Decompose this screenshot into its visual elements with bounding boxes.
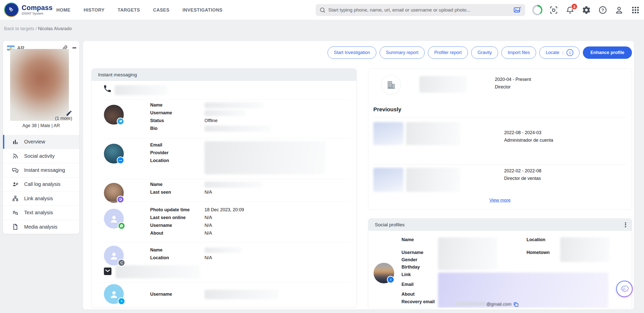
redacted-value bbox=[205, 126, 271, 132]
sidebar-item-overview[interactable]: Overview bbox=[3, 135, 79, 149]
whatsapp-avatar-placeholder bbox=[104, 209, 124, 229]
job-position: Administrador de cuenta bbox=[504, 136, 553, 144]
skype-badge-icon: S bbox=[118, 297, 125, 305]
sidebar-item-label: Overview bbox=[24, 139, 45, 145]
sidebar-item-label: Instant messaging bbox=[24, 167, 65, 173]
nav-home[interactable]: HOME bbox=[56, 8, 70, 13]
redacted-company-name bbox=[419, 76, 467, 93]
sidebar-item-instant-messaging[interactable]: Instant messaging bbox=[3, 163, 79, 177]
skype-fields: Username bbox=[150, 290, 279, 298]
sidebar-item-call-log-analysis[interactable]: Call log analysis bbox=[3, 177, 79, 191]
truecaller-fields: Email Provider Location bbox=[150, 141, 205, 165]
ai-assistant-button[interactable] bbox=[616, 281, 633, 297]
field-label: Email bbox=[150, 142, 205, 148]
sidebar-item-label: Social activity bbox=[24, 153, 55, 159]
enhance-profile-button[interactable]: Enhance profile bbox=[583, 46, 632, 59]
gravity-button[interactable]: Gravity bbox=[471, 46, 498, 59]
field-label: Status bbox=[150, 118, 205, 123]
import-files-button[interactable]: Import files bbox=[501, 46, 536, 59]
photo-upload-icon[interactable] bbox=[513, 6, 521, 14]
brand-name: Compass bbox=[22, 4, 53, 11]
settings-gear-icon[interactable] bbox=[581, 5, 591, 15]
field-value: 18 Dec 2023, 20:09 bbox=[205, 207, 244, 213]
copy-icon[interactable] bbox=[513, 301, 519, 307]
telegram-fields: Name Username StatusOffline Bio bbox=[150, 101, 271, 132]
truecaller-badge-icon: true bbox=[117, 156, 124, 164]
document-icon bbox=[12, 224, 19, 230]
redacted-value bbox=[205, 102, 264, 108]
previous-job: 2022-02 - 2022-08 Director de ventas bbox=[504, 167, 541, 182]
locate-button[interactable]: Locate | 1 bbox=[539, 46, 580, 59]
caller-id-avatar-placeholder: ID bbox=[104, 246, 124, 266]
global-search[interactable] bbox=[316, 4, 525, 16]
current-job: 2020-04 - Present Director bbox=[495, 76, 531, 91]
previous-job: 2022-08 - 2024-03 Administrador de cuent… bbox=[504, 129, 553, 144]
header-divider bbox=[525, 5, 525, 15]
nav-investigations[interactable]: INVESTIGATIONS bbox=[183, 8, 223, 13]
previously-heading: Previously bbox=[373, 106, 401, 113]
compass-logo-icon bbox=[4, 3, 19, 17]
nav-cases[interactable]: CASES bbox=[153, 8, 170, 13]
sidebar-item-label: Text analysis bbox=[24, 210, 53, 216]
header-icon-cluster: 3 ? bbox=[525, 0, 640, 20]
caller-id-fields: Name LocationN/A bbox=[150, 246, 242, 262]
target-photo-redacted[interactable] bbox=[10, 49, 69, 121]
account-person-icon[interactable] bbox=[614, 5, 624, 15]
divider bbox=[102, 242, 350, 242]
apps-grid-icon[interactable] bbox=[630, 5, 640, 15]
viber-fields: Name Last seenN/A bbox=[150, 181, 262, 196]
divider bbox=[102, 138, 350, 139]
summary-report-button[interactable]: Summary report bbox=[380, 46, 425, 59]
field-value: N/A bbox=[205, 255, 212, 260]
profiler-report-button[interactable]: Profiler report bbox=[428, 46, 468, 59]
sidebar-item-social-activity[interactable]: Social activity bbox=[3, 149, 79, 163]
field-label: Name bbox=[401, 237, 414, 242]
brand[interactable]: Compass OSINT System bbox=[4, 3, 53, 17]
skype-avatar-placeholder: S bbox=[104, 284, 124, 304]
help-icon[interactable]: ? bbox=[598, 5, 608, 15]
field-label: Photo update time bbox=[150, 207, 205, 213]
company-logo-circle bbox=[381, 75, 401, 95]
viber-badge-icon bbox=[117, 196, 124, 203]
edit-photo-pencil-icon[interactable] bbox=[66, 110, 72, 117]
search-input[interactable] bbox=[328, 7, 511, 13]
instant-messaging-panel: Instant messaging Name Username StatusOf… bbox=[91, 68, 357, 308]
divider bbox=[102, 99, 350, 100]
sidebar-item-text-analysis[interactable]: Text analysis bbox=[3, 205, 79, 220]
panel-menu-kebab-icon[interactable] bbox=[625, 222, 626, 228]
breadcrumb-back-link[interactable]: Back to targets bbox=[4, 26, 34, 31]
field-label: Last seen bbox=[150, 190, 205, 195]
camera-scan-icon[interactable] bbox=[549, 5, 559, 15]
card-menu-kebab-icon[interactable] bbox=[72, 47, 76, 49]
bar-chart-icon bbox=[12, 139, 19, 145]
hierarchy-icon bbox=[12, 195, 19, 202]
sidebar-item-media-analysis[interactable]: Media analysis bbox=[3, 220, 79, 234]
nav-targets[interactable]: TARGETS bbox=[118, 8, 140, 13]
view-more-link[interactable]: View more bbox=[489, 198, 511, 203]
field-value: N/A bbox=[205, 215, 212, 220]
sidebar-item-link-analysis[interactable]: Link analysis bbox=[3, 191, 79, 205]
top-navigation: HOME HISTORY TARGETS CASES INVESTIGATION… bbox=[56, 0, 223, 20]
job-period: 2020-04 - Present bbox=[495, 76, 531, 83]
divider bbox=[373, 117, 627, 117]
redacted-value bbox=[205, 182, 262, 188]
field-value: N/A bbox=[205, 223, 212, 228]
field-label: Gender bbox=[401, 257, 417, 263]
more-photos-link[interactable]: (1 more) bbox=[55, 116, 72, 121]
redacted-value bbox=[205, 110, 246, 116]
start-investigation-button[interactable]: Start Investigation bbox=[328, 46, 376, 59]
redacted-value bbox=[205, 247, 242, 253]
redacted-value-block bbox=[560, 237, 610, 262]
panel-title: Instant messaging bbox=[98, 72, 351, 78]
quota-ring-icon[interactable] bbox=[532, 5, 542, 15]
locate-separator: | bbox=[562, 50, 564, 55]
nav-history[interactable]: HISTORY bbox=[84, 8, 104, 13]
job-position: Director de ventas bbox=[504, 175, 541, 182]
field-label: Email bbox=[401, 282, 414, 287]
svg-text:ID: ID bbox=[122, 261, 123, 263]
redacted-value-block bbox=[205, 141, 325, 174]
field-label: Username bbox=[150, 223, 205, 228]
target-section-nav: Overview Social activity Instant messagi… bbox=[3, 135, 79, 234]
call-log-icon bbox=[12, 181, 19, 188]
notifications-bell-icon[interactable]: 3 bbox=[565, 5, 575, 15]
